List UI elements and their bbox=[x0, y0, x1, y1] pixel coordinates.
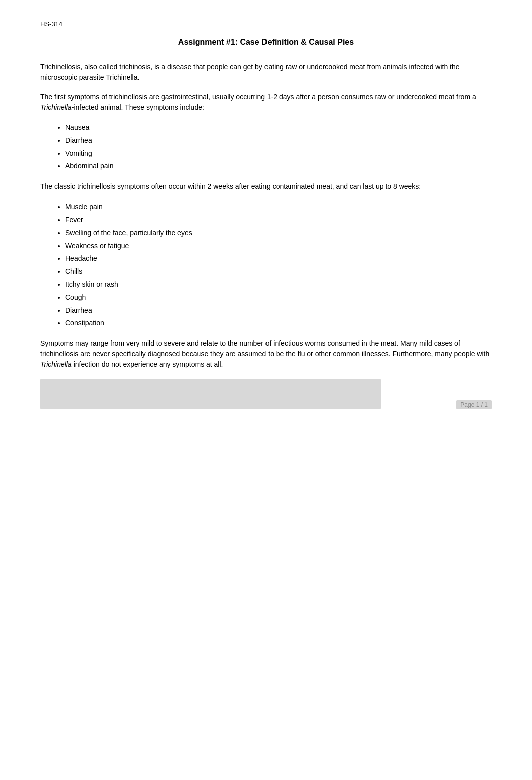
list-item: Weakness or fatigue bbox=[65, 240, 492, 252]
redacted-content bbox=[40, 379, 381, 409]
document-title: Assignment #1: Case Definition & Causal … bbox=[40, 38, 492, 47]
list-item: Headache bbox=[65, 253, 492, 265]
first-symptoms-text-suffix: -infected animal. These symptoms include… bbox=[72, 103, 204, 111]
first-symptoms-text-prefix: The first symptoms of trichinellosis are… bbox=[40, 93, 476, 101]
mild-severe-text-prefix: Symptoms may range from very mild to sev… bbox=[40, 339, 489, 358]
list-item: Muscle pain bbox=[65, 201, 492, 213]
page-number: Page 1 / 1 bbox=[456, 400, 492, 409]
mild-severe-text-suffix: infection do not experience any symptoms… bbox=[72, 360, 223, 368]
classic-symptoms-list: Muscle pain Fever Swelling of the face, … bbox=[65, 201, 492, 329]
trichinella-italic-2: Trichinella bbox=[40, 360, 72, 368]
list-item: Swelling of the face, particularly the e… bbox=[65, 227, 492, 239]
list-item: Diarrhea bbox=[65, 305, 492, 317]
document-id: HS-314 bbox=[40, 20, 492, 28]
first-symptoms-paragraph: The first symptoms of trichinellosis are… bbox=[40, 92, 492, 113]
list-item: Fever bbox=[65, 214, 492, 226]
list-item: Constipation bbox=[65, 317, 492, 329]
list-item: Nausea bbox=[65, 122, 492, 134]
trichinella-italic-1: Trichinella bbox=[40, 103, 72, 111]
list-item: Cough bbox=[65, 292, 492, 304]
document-page: HS-314 Assignment #1: Case Definition & … bbox=[0, 0, 532, 439]
classic-symptoms-intro: The classic trichinellosis symptoms ofte… bbox=[40, 181, 492, 192]
intro-paragraph: Trichinellosis, also called trichinosis,… bbox=[40, 62, 492, 83]
list-item: Diarrhea bbox=[65, 135, 492, 147]
list-item: Chills bbox=[65, 266, 492, 278]
gastrointestinal-symptoms-list: Nausea Diarrhea Vomiting Abdominal pain bbox=[65, 122, 492, 172]
mild-severe-paragraph: Symptoms may range from very mild to sev… bbox=[40, 338, 492, 370]
list-item: Itchy skin or rash bbox=[65, 279, 492, 291]
list-item: Vomiting bbox=[65, 148, 492, 160]
list-item: Abdominal pain bbox=[65, 160, 492, 172]
